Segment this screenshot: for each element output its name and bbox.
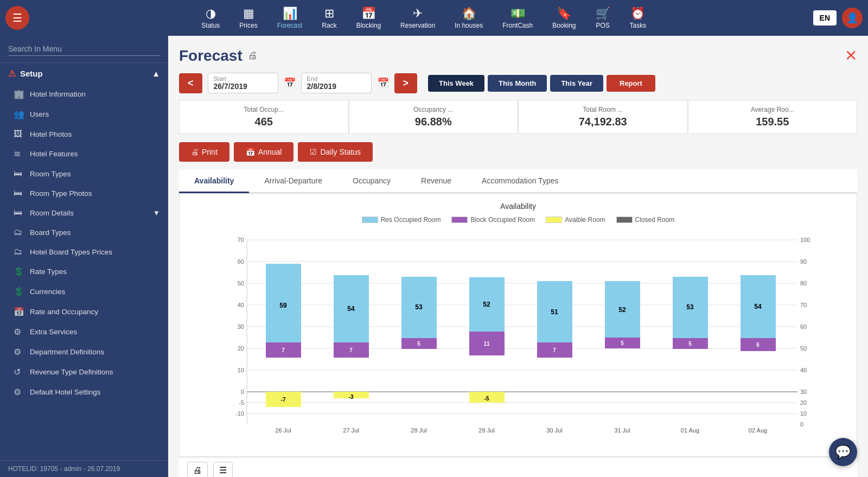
sidebar-search-container: [0, 36, 168, 63]
svg-text:40: 40: [800, 367, 807, 373]
currencies-icon: 💲: [14, 287, 24, 297]
nav-label-prices: Prices: [239, 22, 257, 29]
stats-row: Total Occup... 465 Occupancy ... 96.88% …: [179, 100, 857, 134]
bottom-toolbar: 🖨 ☰: [179, 457, 857, 477]
svg-text:30 Jul: 30 Jul: [546, 427, 562, 434]
nav-item-booking[interactable]: 🔖 Booking: [542, 4, 585, 32]
top-nav: ☰ ◑ Status ▦ Prices 📊 Forecast ⊞ Rack 📅 …: [0, 0, 868, 36]
nav-item-frontcash[interactable]: 💵 FrontCash: [493, 4, 542, 32]
hotel-photos-icon: 🖼: [14, 129, 24, 139]
content-area: Forecast 🖨 ✕ < Start 26/7/2019 📅 End 2/8…: [168, 36, 868, 477]
revenue-type-definitions-icon: ↺: [14, 367, 24, 377]
sidebar-label-hotel-photos: Hotel Photos: [30, 130, 72, 138]
nav-item-pos[interactable]: 🛒 POS: [586, 4, 620, 32]
department-definitions-icon: ⚙: [14, 347, 24, 357]
tab-accommodation-types[interactable]: Accommodation Types: [467, 170, 573, 193]
tabs-row: Availability Arrival-Departure Occupancy…: [179, 170, 857, 193]
search-input[interactable]: [8, 42, 160, 56]
sidebar-item-department-definitions[interactable]: ⚙ Department Definitions: [0, 342, 168, 362]
action-buttons-row: 🖨 Print 📅 Annual ☑ Daily Status: [179, 142, 857, 162]
legend-label-closed: Closed Room: [635, 216, 675, 224]
rate-and-occupancy-icon: 📅: [14, 307, 24, 317]
stat-label-occupancy-rate: Occupancy ...: [358, 106, 510, 113]
report-button[interactable]: Report: [607, 75, 655, 92]
availability-chart-svg: 70 60 50 40 30 20 10 0 -5 -10 100 90 80 …: [188, 229, 848, 446]
sidebar-label-rate-types: Rate Types: [30, 268, 67, 276]
legend-color-closed: [616, 217, 633, 223]
svg-text:7: 7: [349, 347, 353, 353]
sidebar-label-room-types: Room Types: [30, 170, 71, 178]
print-button[interactable]: 🖨 Print: [179, 142, 229, 162]
tab-occupancy[interactable]: Occupancy: [337, 170, 406, 193]
tab-arrival-departure[interactable]: Arrival-Departure: [249, 170, 337, 193]
sidebar-item-rate-and-occupancy[interactable]: 📅 Rate and Occupancy: [0, 302, 168, 322]
svg-text:60: 60: [800, 323, 807, 330]
sidebar-item-room-types[interactable]: 🛏 Room Types: [0, 164, 168, 183]
legend-res-occupied: Res Occupied Room: [362, 216, 441, 224]
avatar-button[interactable]: 👤: [842, 8, 863, 28]
sidebar-label-department-definitions: Department Definitions: [30, 348, 104, 356]
svg-text:30: 30: [238, 323, 244, 330]
daily-status-button[interactable]: ☑ Daily Status: [298, 142, 373, 162]
main-layout: ⚠ Setup ▲ 🏢 Hotel Information 👥 Users 🖼 …: [0, 36, 868, 477]
stat-label-total-occupancy: Total Occup...: [188, 106, 340, 113]
sidebar-item-users[interactable]: 👥 Users: [0, 104, 168, 124]
nav-label-forecast: Forecast: [277, 22, 303, 29]
nav-label-tasks: Tasks: [630, 22, 647, 29]
sidebar-item-hotel-information[interactable]: 🏢 Hotel Information: [0, 84, 168, 104]
chart-svg-container: 70 60 50 40 30 20 10 0 -5 -10 100 90 80 …: [188, 229, 848, 448]
nav-item-prices[interactable]: ▦ Prices: [229, 4, 267, 32]
hamburger-button[interactable]: ☰: [5, 6, 29, 30]
nav-label-blocking: Blocking: [356, 22, 381, 29]
this-year-button[interactable]: This Year: [550, 75, 603, 92]
sidebar-item-revenue-type-definitions[interactable]: ↺ Revenue Type Definitions: [0, 362, 168, 382]
svg-text:59: 59: [279, 302, 287, 309]
sidebar-label-hotel-board-types-prices: Hotel Board Types Prices: [30, 248, 112, 256]
language-button[interactable]: EN: [813, 10, 837, 26]
stat-card-total-room: Total Room ... 74,192.83: [518, 100, 688, 134]
svg-text:10: 10: [238, 367, 244, 373]
sidebar-item-hotel-photos[interactable]: 🖼 Hotel Photos: [0, 124, 168, 144]
toolbar-menu-button[interactable]: ☰: [213, 462, 233, 477]
reservation-icon: ✈: [413, 7, 423, 21]
setup-section-icon: ⚠: [8, 68, 16, 79]
sidebar-item-hotel-features[interactable]: ≋ Hotel Features: [0, 144, 168, 164]
toolbar-print-button[interactable]: 🖨: [187, 462, 208, 477]
tab-revenue[interactable]: Revenue: [406, 170, 467, 193]
this-month-button[interactable]: This Month: [488, 75, 547, 92]
sidebar-item-default-hotel-settings[interactable]: ⚙ Default Hotel Settings: [0, 382, 168, 402]
sidebar-item-rate-types[interactable]: 💲 Rate Types: [0, 262, 168, 282]
nav-item-reservation[interactable]: ✈ Reservation: [391, 4, 445, 32]
prev-date-button[interactable]: <: [179, 73, 202, 93]
chat-bubble[interactable]: 💬: [829, 438, 857, 466]
sidebar-item-room-type-photos[interactable]: 🛏 Room Type Photos: [0, 183, 168, 203]
print-page-icon-btn[interactable]: 🖨: [248, 50, 258, 61]
forecast-icon: 📊: [283, 7, 297, 21]
tab-availability[interactable]: Availability: [179, 170, 249, 193]
setup-section-header[interactable]: ⚠ Setup ▲: [0, 63, 168, 84]
nav-item-blocking[interactable]: 📅 Blocking: [347, 4, 391, 32]
svg-text:52: 52: [618, 306, 626, 314]
rack-icon: ⊞: [324, 7, 334, 21]
sidebar-label-currencies: Currencies: [30, 288, 65, 296]
nav-item-tasks[interactable]: ⏰ Tasks: [620, 4, 656, 32]
pos-icon: 🛒: [596, 7, 610, 21]
sidebar-item-room-details[interactable]: 🛏 Room Details ▼: [0, 203, 168, 222]
start-date-field[interactable]: Start 26/7/2019: [208, 73, 278, 93]
this-week-button[interactable]: This Week: [428, 75, 484, 92]
close-button[interactable]: ✕: [845, 47, 857, 65]
nav-item-inhouses[interactable]: 🏠 In houses: [445, 4, 493, 32]
next-date-button[interactable]: >: [394, 73, 418, 93]
nav-item-status[interactable]: ◑ Status: [192, 4, 229, 32]
nav-item-rack[interactable]: ⊞ Rack: [312, 4, 346, 32]
sidebar-item-currencies[interactable]: 💲 Currencies: [0, 282, 168, 302]
nav-label-status: Status: [201, 22, 220, 29]
sidebar-item-extra-services[interactable]: ⚙ Extra Services: [0, 322, 168, 342]
nav-item-forecast[interactable]: 📊 Forecast: [267, 4, 312, 32]
sidebar-footer: HOTELID: 19705 - admin - 26.07.2019: [0, 460, 168, 477]
sidebar-item-hotel-board-types-prices[interactable]: 🗂 Hotel Board Types Prices: [0, 242, 168, 262]
annual-button[interactable]: 📅 Annual: [234, 142, 294, 162]
end-date-field[interactable]: End 2/8/2019: [301, 73, 372, 93]
sidebar-item-board-types[interactable]: 🗂 Board Types: [0, 222, 168, 242]
setup-section-label: Setup: [20, 69, 43, 78]
